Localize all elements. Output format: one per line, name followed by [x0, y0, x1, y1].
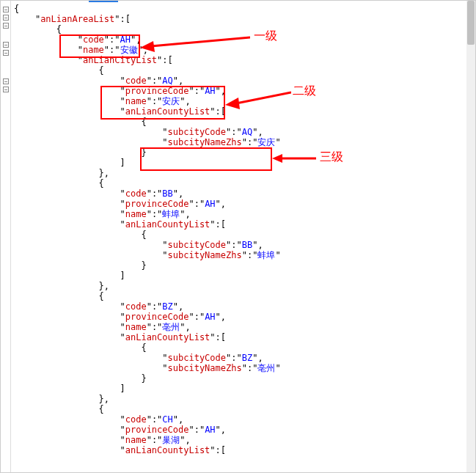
fold-toggle-icon[interactable] — [3, 42, 9, 48]
annotation-level1: 一级 — [254, 29, 277, 44]
annotation-level2: 二级 — [293, 84, 316, 99]
fold-toggle-icon[interactable] — [3, 23, 9, 29]
vertical-scrollbar[interactable] — [466, 1, 475, 472]
fold-toggle-icon[interactable] — [3, 87, 9, 92]
fold-toggle-icon[interactable] — [3, 78, 9, 84]
fold-toggle-icon[interactable] — [3, 15, 9, 21]
json-code-view[interactable]: { "anLianAreaList":[ { "code":"AH", "nam… — [14, 4, 475, 455]
scrollbar-thumb[interactable] — [467, 1, 475, 45]
annotation-level3: 三级 — [320, 150, 343, 165]
tab-bar — [1, 1, 475, 3]
fold-toggle-icon[interactable] — [3, 7, 9, 12]
active-tab-indicator — [89, 1, 118, 2]
fold-toggle-icon[interactable] — [3, 50, 9, 56]
fold-gutter[interactable] — [1, 1, 11, 472]
